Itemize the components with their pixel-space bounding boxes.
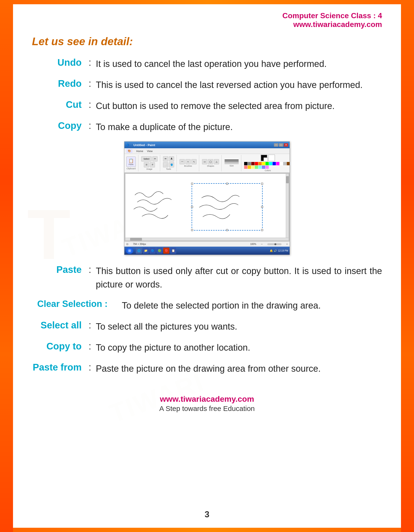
colon-paste-from: : (84, 362, 96, 373)
color-boxes (261, 155, 275, 161)
section-heading: Let us see in detail: (32, 35, 382, 48)
amber-swatch[interactable] (248, 165, 251, 169)
page-number: 3 (205, 510, 209, 519)
brush1[interactable]: 〰 (180, 159, 185, 164)
term-select-all: Select all (32, 320, 84, 331)
zoom-slider[interactable] (267, 243, 281, 245)
lightblue-swatch[interactable] (262, 165, 265, 169)
taskbar-apps: 🌐 📁 🔵 🟢 🔴 📋 (136, 247, 176, 254)
image-group: Select ✂ ⊡ ↺ Image (141, 155, 160, 171)
text-tool[interactable]: A (169, 156, 174, 162)
minimize-icon[interactable]: ─ (274, 143, 278, 147)
taskbar-ie[interactable]: 🌐 (136, 247, 142, 254)
paint-titlebar: 🔵 Untitled - Paint ─ □ ✕ (125, 142, 289, 148)
lightyellow-swatch[interactable] (251, 165, 255, 169)
blue-swatch[interactable] (272, 162, 276, 165)
term-undo: Undo (32, 57, 84, 68)
color1-swatch[interactable] (261, 155, 267, 161)
darkred-swatch[interactable] (251, 162, 255, 165)
bottom-bar-decoration (13, 528, 401, 532)
desc-copy: To make a duplicate of the picture. (96, 120, 382, 134)
taskbar-app5[interactable]: 📋 (170, 247, 176, 254)
start-button[interactable]: ⊞ (126, 247, 134, 254)
black-swatch[interactable] (244, 162, 248, 165)
yellow-swatch[interactable] (262, 162, 265, 165)
menu-view[interactable]: View (147, 150, 153, 152)
magenta-swatch[interactable] (276, 162, 279, 165)
shape2[interactable]: ◯ (208, 159, 213, 164)
shapes-label: Shapes (207, 165, 214, 167)
system-tray: 🔔 🔊 (270, 249, 277, 252)
header-website: www.tiwariacademy.com (282, 20, 382, 29)
color2-swatch[interactable] (268, 155, 275, 161)
eraser-tool[interactable]: ⬜ (163, 162, 168, 167)
crop-tool[interactable]: ✂ (152, 156, 158, 162)
paint-canvas[interactable] (125, 174, 289, 238)
select-tool[interactable]: Select (141, 156, 152, 162)
resize-tool[interactable]: ⊡ (144, 162, 149, 167)
cyan-swatch[interactable] (269, 162, 272, 165)
left-sidebar-decoration (0, 0, 13, 532)
term-paste: Paste (32, 264, 84, 275)
colon-copy: : (84, 120, 96, 131)
watermark-t: T (27, 193, 70, 275)
lightcyan-swatch[interactable] (258, 165, 262, 169)
paint-ribbon: 📋 Paste Clipboard Select ✂ ⊡ ↺ Image (125, 154, 289, 173)
colon-select-all: : (84, 320, 96, 331)
page-number-bar: 3 (13, 510, 401, 520)
term-cut: Cut (32, 99, 84, 110)
taskbar-app3[interactable]: 🟢 (156, 247, 163, 254)
taskbar-system-icons: 🔔 🔊 12:19 PM (270, 249, 288, 252)
statusbar-zoom-minus[interactable]: ─ (261, 243, 263, 246)
brown-swatch[interactable] (287, 162, 289, 165)
section-heading-text: Let us see in detail: (32, 35, 133, 48)
rotate-tool[interactable]: ↺ (150, 162, 155, 167)
clipboard-group: 📋 Paste Clipboard (126, 155, 138, 171)
footer: www.tiwariacademy.com A Step towards fre… (32, 390, 382, 413)
main-content: TIWARI TIWARI T Computer Science Class :… (13, 4, 401, 528)
pencil-tool[interactable]: ✏ (163, 156, 168, 162)
taskbar-app1[interactable]: 📁 (143, 247, 149, 254)
colors-group: Colors (244, 155, 289, 171)
colon-copy-to: : (84, 341, 96, 352)
def-item-paste-from: Paste from : Paste the picture on the dr… (32, 362, 382, 375)
lightred-swatch[interactable] (244, 165, 248, 169)
sketch-left (130, 181, 184, 228)
brush3[interactable]: ∿ (191, 159, 197, 164)
statusbar-zoom-plus[interactable]: + (286, 243, 288, 246)
menu-home[interactable]: Home (136, 150, 143, 152)
paste-button[interactable]: 📋 Paste (126, 157, 136, 167)
footer-website: www.tiwariacademy.com (32, 394, 382, 404)
green-swatch[interactable] (265, 162, 269, 165)
image-label: Image (146, 168, 152, 170)
tools-row: ✏ A (163, 156, 174, 162)
lightmagenta-swatch[interactable] (265, 165, 269, 169)
image-tools-row2: ⊡ ↺ (144, 162, 155, 167)
red-swatch[interactable] (255, 162, 258, 165)
canvas-scrollbar[interactable] (286, 174, 289, 238)
silver-swatch[interactable] (283, 162, 287, 165)
canvas-scrollbar-h[interactable] (125, 238, 289, 240)
close-icon[interactable]: ✕ (284, 143, 288, 147)
taskbar-app4[interactable]: 🔴 (163, 247, 169, 254)
white-swatch[interactable] (280, 162, 283, 165)
maximize-icon[interactable]: □ (279, 143, 283, 147)
brush2[interactable]: ≈ (185, 159, 191, 164)
brushes-row: 〰 ≈ ∿ (180, 159, 197, 164)
lightgreen-swatch[interactable] (255, 165, 258, 169)
statusbar-icon: ⊡ (126, 243, 128, 246)
zoom-slider-thumb[interactable] (274, 243, 276, 245)
size-label: Size (230, 165, 234, 167)
fill-tool[interactable]: 🪣 (169, 162, 174, 167)
tools-group: ✏ A ⬜ 🪣 Tools (163, 155, 177, 171)
shape1[interactable]: ▭ (202, 159, 207, 164)
shape3[interactable]: △ (214, 159, 219, 164)
scrollbar-thumb[interactable] (286, 176, 289, 183)
term-clear-selection: Clear Selection : (32, 299, 110, 309)
taskbar-app2[interactable]: 🔵 (150, 247, 156, 254)
orange-swatch[interactable] (258, 162, 262, 165)
gray-swatch[interactable] (248, 162, 251, 165)
scrollbar-h-thumb[interactable] (130, 238, 142, 241)
term-paste-from: Paste from (32, 362, 84, 373)
brushes-group: 〰 ≈ ∿ Brushes (180, 155, 199, 171)
